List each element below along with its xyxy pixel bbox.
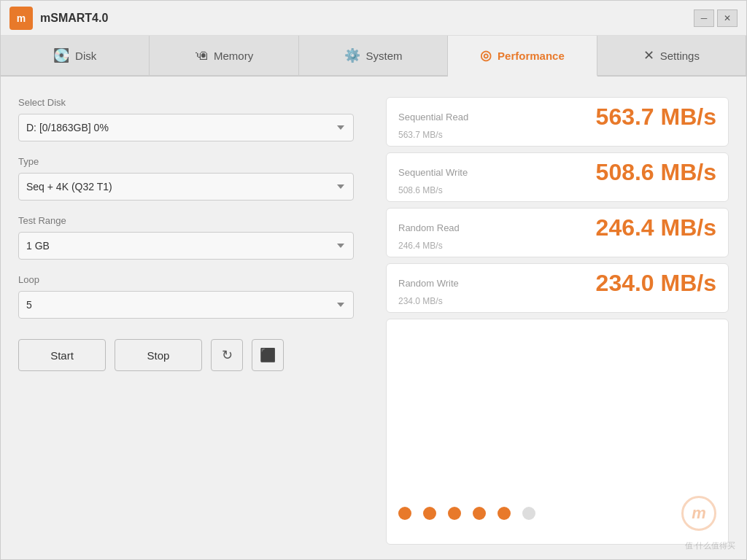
right-panel: Sequential Read 563.7 MB/s 563.7 MB/s Se… (386, 97, 729, 545)
tab-memory[interactable]: 🖲Memory (150, 36, 298, 75)
metric-top: Sequential Write 508.6 MB/s (398, 160, 716, 184)
metric-sub: 508.6 MB/s (398, 185, 716, 195)
tab-disk[interactable]: 💽Disk (1, 36, 150, 75)
stop-button[interactable]: Stop (115, 339, 202, 371)
test-range-label: Test Range (18, 215, 368, 226)
metric-label: Sequential Write (398, 167, 468, 178)
select-disk-dropdown[interactable]: D: [0/1863GB] 0%C: [0/500GB] 5% (18, 114, 354, 141)
window-controls: ─ ✕ (694, 9, 738, 27)
metric-top: Random Write 234.0 MB/s (398, 271, 716, 295)
minimize-button[interactable]: ─ (694, 9, 714, 27)
tab-label: Disk (75, 50, 96, 62)
disk-icon: 💽 (53, 47, 69, 63)
metric-top: Random Read 246.4 MB/s (398, 216, 716, 239)
progress-dot-5 (522, 507, 535, 520)
tab-bar: 💽Disk🖲Memory⚙️System◎Performance✕Setting… (1, 36, 746, 77)
metric-card-seq-write: Sequential Write 508.6 MB/s 508.6 MB/s (386, 152, 729, 202)
type-group: Type Seq + 4K (Q32 T1)Sequential4K (18, 156, 368, 201)
select-disk-label: Select Disk (18, 97, 368, 108)
metric-value-large: 508.6 MB/s (596, 160, 716, 184)
system-icon: ⚙️ (344, 47, 360, 63)
main-content: Select Disk D: [0/1863GB] 0%C: [0/500GB]… (1, 77, 746, 559)
save-icon: ⬛ (260, 347, 276, 363)
refresh-button[interactable]: ↻ (211, 339, 243, 371)
performance-icon: ◎ (480, 47, 492, 63)
metric-label: Random Write (398, 278, 459, 289)
tab-label: Performance (498, 50, 565, 62)
type-label: Type (18, 156, 368, 167)
brand-watermark: m (681, 496, 716, 531)
test-range-dropdown[interactable]: 1 GB2 GB4 GB8 GB (18, 232, 354, 260)
progress-dot-0 (398, 507, 411, 520)
loop-label: Loop (18, 274, 368, 285)
tab-performance[interactable]: ◎Performance (448, 36, 597, 77)
progress-dot-2 (448, 507, 461, 520)
loop-dropdown[interactable]: 13510 (18, 291, 354, 319)
refresh-icon: ↻ (222, 347, 233, 363)
close-button[interactable]: ✕ (717, 9, 738, 27)
tab-label: System (366, 50, 403, 62)
type-dropdown[interactable]: Seq + 4K (Q32 T1)Sequential4K (18, 173, 354, 201)
tab-system[interactable]: ⚙️System (299, 36, 448, 75)
metric-sub: 246.4 MB/s (398, 241, 716, 251)
app-title: mSMART4.0 (40, 12, 694, 25)
metric-sub: 234.0 MB/s (398, 296, 716, 306)
main-window: m mSMART4.0 ─ ✕ 💽Disk🖲Memory⚙️System◎Per… (0, 0, 747, 560)
settings-icon: ✕ (643, 47, 654, 63)
metric-label: Random Read (398, 222, 460, 233)
progress-dot-3 (473, 507, 486, 520)
metric-value-large: 246.4 MB/s (596, 216, 716, 239)
title-bar: m mSMART4.0 ─ ✕ (1, 1, 746, 36)
tab-label: Settings (660, 50, 700, 62)
left-panel: Select Disk D: [0/1863GB] 0%C: [0/500GB]… (18, 97, 368, 545)
metric-card-rand-write: Random Write 234.0 MB/s 234.0 MB/s (386, 263, 729, 313)
select-disk-group: Select Disk D: [0/1863GB] 0%C: [0/500GB]… (18, 97, 368, 141)
app-logo: m (9, 7, 33, 30)
metric-card-rand-read: Random Read 246.4 MB/s 246.4 MB/s (386, 208, 729, 257)
metric-card-seq-read: Sequential Read 563.7 MB/s 563.7 MB/s (386, 97, 729, 147)
tab-label: Memory (214, 50, 253, 62)
metric-sub: 563.7 MB/s (398, 130, 716, 140)
save-button[interactable]: ⬛ (252, 339, 284, 371)
action-buttons: Start Stop ↻ ⬛ (18, 339, 368, 371)
progress-card: m (386, 319, 729, 545)
metric-value-large: 563.7 MB/s (596, 105, 716, 128)
tab-settings[interactable]: ✕Settings (597, 36, 746, 75)
metric-value-large: 234.0 MB/s (596, 271, 716, 295)
start-button[interactable]: Start (18, 339, 106, 371)
metric-label: Sequential Read (398, 112, 468, 122)
test-range-group: Test Range 1 GB2 GB4 GB8 GB (18, 215, 368, 260)
metric-top: Sequential Read 563.7 MB/s (398, 105, 716, 128)
progress-dot-1 (423, 507, 436, 520)
dots-row: m (398, 496, 716, 534)
memory-icon: 🖲 (195, 48, 208, 63)
loop-group: Loop 13510 (18, 274, 368, 319)
progress-dot-4 (498, 507, 511, 520)
